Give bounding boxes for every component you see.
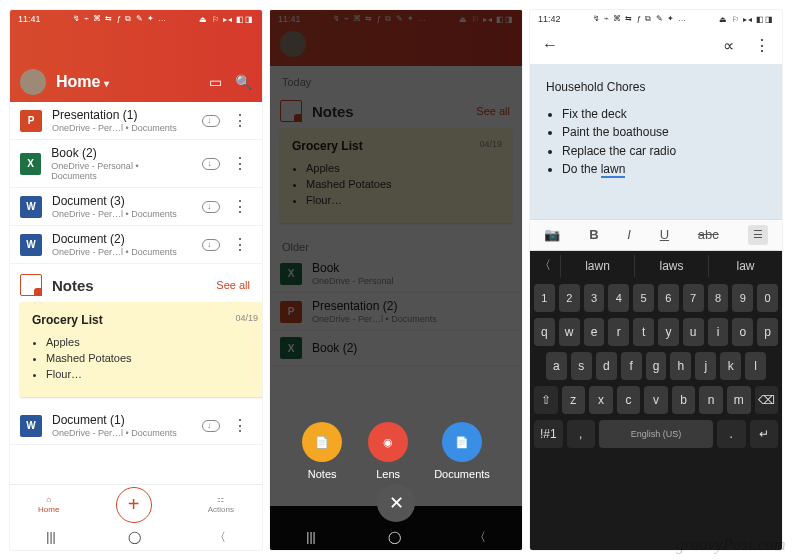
fab-new[interactable]: + [116,487,152,523]
underline-button[interactable]: U [660,227,669,242]
key-u[interactable]: u [683,318,704,346]
more-icon[interactable]: ⋮ [230,416,250,435]
bullets-button[interactable]: ☰ [748,225,768,245]
key-l[interactable]: l [745,352,766,380]
key-5[interactable]: 5 [633,284,654,312]
key-6[interactable]: 6 [658,284,679,312]
key-2[interactable]: 2 [559,284,580,312]
key-d[interactable]: d [596,352,617,380]
key-k[interactable]: k [720,352,741,380]
more-icon[interactable]: ⋮ [230,111,250,130]
period-key[interactable]: . [717,420,746,448]
app-header-content: Home ▭ 🔍 [10,62,262,102]
italic-button[interactable]: I [627,227,631,242]
excel-icon: X [20,153,41,175]
key-0[interactable]: 0 [757,284,778,312]
see-all-link[interactable]: See all [216,279,250,291]
key-s[interactable]: s [571,352,592,380]
key-w[interactable]: w [559,318,580,346]
key-v[interactable]: v [644,386,668,414]
shift-key[interactable]: ⇧ [534,386,558,414]
key-t[interactable]: t [633,318,654,346]
file-row[interactable]: W Document (1)OneDrive - Per…l • Documen… [10,407,262,445]
bottom-nav: ⌂Home + ⚏Actions [10,484,262,524]
file-row[interactable]: W Document (3)OneDrive - Per…l • Documen… [10,188,262,226]
search-icon[interactable]: 🔍 [234,73,252,91]
cloud-download-icon[interactable] [202,420,220,432]
key-9[interactable]: 9 [732,284,753,312]
fab-documents[interactable]: 📄Documents [434,422,490,480]
key-r[interactable]: r [608,318,629,346]
key-4[interactable]: 4 [608,284,629,312]
file-row[interactable]: W Document (2)OneDrive - Per…l • Documen… [10,226,262,264]
backspace-key[interactable]: ⌫ [755,386,779,414]
share-icon[interactable]: ∝ [723,36,734,55]
key-z[interactable]: z [562,386,586,414]
format-toolbar: 📷 B I U abc ☰ [530,219,782,251]
nav-actions[interactable]: ⚏Actions [208,495,234,514]
powerpoint-icon: P [20,110,42,132]
fab-close[interactable]: ✕ [377,484,415,522]
word-icon: W [20,196,42,218]
key-1[interactable]: 1 [534,284,555,312]
more-icon[interactable]: ⋮ [230,197,250,216]
suggestion[interactable]: law [708,255,782,277]
cloud-download-icon[interactable] [202,158,220,170]
cloud-download-icon[interactable] [202,115,220,127]
key-o[interactable]: o [732,318,753,346]
key-x[interactable]: x [589,386,613,414]
documents-icon: 📄 [442,422,482,462]
key-a[interactable]: a [546,352,567,380]
suggestion[interactable]: lawn [560,255,634,277]
cloud-download-icon[interactable] [202,201,220,213]
editor-header: ← ∝ ⋮ [530,26,782,64]
suggestion[interactable]: laws [634,255,708,277]
back-icon[interactable]: ← [542,36,558,54]
key-m[interactable]: m [727,386,751,414]
more-icon[interactable]: ⋮ [230,154,250,173]
keyboard-back-icon[interactable]: 〈 [530,257,560,274]
key-j[interactable]: j [695,352,716,380]
key-g[interactable]: g [646,352,667,380]
space-key[interactable]: English (US) [599,420,713,448]
symbols-key[interactable]: !#1 [534,420,563,448]
key-p[interactable]: p [757,318,778,346]
key-h[interactable]: h [670,352,691,380]
key-b[interactable]: b [672,386,696,414]
note-title: Household Chores [546,78,766,97]
nav-home[interactable]: ⌂Home [38,495,59,514]
note-card[interactable]: Grocery List 04/19 Apples Mashed Potatoe… [20,302,262,397]
notes-label: Notes [52,277,94,294]
text-cursor: lawn [601,162,626,178]
avatar[interactable] [20,69,46,95]
key-n[interactable]: n [699,386,723,414]
cloud-download-icon[interactable] [202,239,220,251]
key-y[interactable]: y [658,318,679,346]
more-icon[interactable]: ⋮ [230,235,250,254]
key-c[interactable]: c [617,386,641,414]
key-7[interactable]: 7 [683,284,704,312]
note-body[interactable]: Household Chores Fix the deck Paint the … [530,64,782,219]
more-icon[interactable]: ⋮ [754,36,770,55]
key-i[interactable]: i [708,318,729,346]
key-q[interactable]: q [534,318,555,346]
enter-key[interactable]: ↵ [750,420,779,448]
strike-button[interactable]: abc [698,227,719,242]
key-e[interactable]: e [584,318,605,346]
camera-icon[interactable]: 📷 [544,227,560,242]
bold-button[interactable]: B [589,227,598,242]
android-nav[interactable]: |||◯〈 [270,524,522,550]
note-date: 04/19 [235,312,258,325]
key-3[interactable]: 3 [584,284,605,312]
key-8[interactable]: 8 [708,284,729,312]
comma-key[interactable]: , [567,420,596,448]
fab-notes[interactable]: 📄Notes [302,422,342,480]
key-f[interactable]: f [621,352,642,380]
fab-lens[interactable]: ◉Lens [368,422,408,480]
file-row[interactable]: X Book (2)OneDrive - Personal • Document… [10,140,262,188]
keyboard: 〈 lawn laws law 1234567890 qwertyuiop as… [530,251,782,550]
folder-icon[interactable]: ▭ [206,73,224,91]
file-row[interactable]: P Presentation (1)OneDrive - Per…l • Doc… [10,102,262,140]
location-dropdown[interactable]: Home [56,73,109,91]
android-nav[interactable]: |||◯〈 [10,524,262,550]
